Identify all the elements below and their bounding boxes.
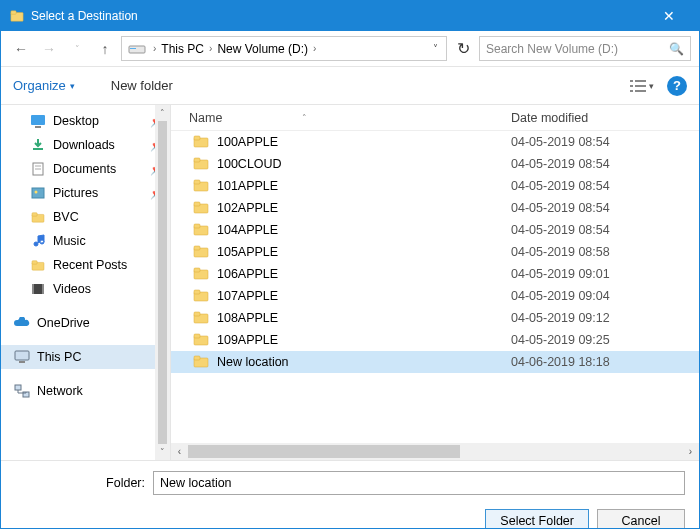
scroll-thumb[interactable]	[158, 121, 167, 444]
scroll-down-icon[interactable]: ˅	[155, 444, 170, 460]
folder-icon	[193, 178, 209, 194]
table-row[interactable]: 104APPLE04-05-2019 08:54	[171, 219, 699, 241]
videos-icon	[29, 281, 47, 297]
folder-icon	[193, 244, 209, 260]
tree-item-downloads[interactable]: Downloads📌	[1, 133, 170, 157]
table-row[interactable]: 100CLOUD04-05-2019 08:54	[171, 153, 699, 175]
search-input[interactable]: Search New Volume (D:) 🔍	[479, 36, 691, 61]
folder-input[interactable]	[153, 471, 685, 495]
table-row[interactable]: 105APPLE04-05-2019 08:58	[171, 241, 699, 263]
file-name: 108APPLE	[217, 311, 511, 325]
breadcrumb-thispc[interactable]: This PC	[159, 42, 206, 56]
tree-item-music[interactable]: Music	[1, 229, 170, 253]
file-list: Name˄ Date modified 100APPLE04-05-2019 0…	[171, 105, 699, 460]
drive-icon	[128, 42, 146, 56]
organize-menu[interactable]: Organize ▾	[13, 78, 75, 93]
file-date: 04-05-2019 08:54	[511, 223, 610, 237]
svg-rect-37	[194, 224, 200, 228]
select-folder-button[interactable]: Select Folder	[485, 509, 589, 529]
folder-icon	[193, 200, 209, 216]
thispc-icon	[13, 349, 31, 365]
tree-item-videos[interactable]: Videos	[1, 277, 170, 301]
file-name: 100APPLE	[217, 135, 511, 149]
up-button[interactable]: ↑	[93, 37, 117, 61]
recent-dropdown[interactable]: ˅	[65, 37, 89, 61]
window-title: Select a Destination	[31, 9, 647, 23]
file-date: 04-05-2019 09:04	[511, 289, 610, 303]
file-date: 04-05-2019 08:58	[511, 245, 610, 259]
file-name: 102APPLE	[217, 201, 511, 215]
tree-item-onedrive[interactable]: OneDrive	[1, 311, 170, 335]
svg-rect-15	[32, 188, 44, 198]
column-name[interactable]: Name˄	[171, 111, 511, 125]
svg-rect-41	[194, 268, 200, 272]
file-date: 04-05-2019 08:54	[511, 201, 610, 215]
folder-icon	[193, 266, 209, 282]
scroll-left-icon[interactable]: ‹	[171, 446, 188, 457]
tree-item-network[interactable]: Network	[1, 379, 170, 403]
tree-item-thispc[interactable]: This PC	[1, 345, 170, 369]
search-placeholder: Search New Volume (D:)	[486, 42, 618, 56]
app-icon	[9, 8, 25, 24]
tree-item-pictures[interactable]: Pictures📌	[1, 181, 170, 205]
chevron-right-icon: ›	[310, 43, 319, 54]
view-options-button[interactable]: ▾	[625, 76, 659, 96]
table-row[interactable]: New location04-06-2019 18:18	[171, 351, 699, 373]
svg-rect-6	[630, 85, 633, 87]
svg-rect-24	[15, 351, 29, 360]
file-date: 04-05-2019 09:25	[511, 333, 610, 347]
file-date: 04-05-2019 08:54	[511, 135, 610, 149]
scroll-right-icon[interactable]: ›	[682, 446, 699, 457]
back-button[interactable]: ←	[9, 37, 33, 61]
folder-icon	[193, 222, 209, 238]
onedrive-icon	[13, 315, 31, 331]
tree-item-documents[interactable]: Documents📌	[1, 157, 170, 181]
address-dropdown[interactable]: ˅	[427, 43, 444, 54]
svg-rect-2	[129, 46, 145, 53]
svg-rect-10	[31, 115, 45, 125]
breadcrumb-volume[interactable]: New Volume (D:)	[215, 42, 310, 56]
file-name: 101APPLE	[217, 179, 511, 193]
column-date[interactable]: Date modified	[511, 111, 699, 125]
new-folder-button[interactable]: New folder	[111, 78, 173, 93]
svg-rect-8	[630, 90, 633, 92]
table-row[interactable]: 108APPLE04-05-2019 09:12	[171, 307, 699, 329]
tree-scrollbar[interactable]: ˄ ˅	[155, 105, 170, 460]
file-date: 04-05-2019 09:01	[511, 267, 610, 281]
chevron-right-icon: ›	[206, 43, 215, 54]
svg-rect-22	[32, 284, 34, 294]
table-row[interactable]: 106APPLE04-05-2019 09:01	[171, 263, 699, 285]
table-row[interactable]: 102APPLE04-05-2019 08:54	[171, 197, 699, 219]
cancel-button[interactable]: Cancel	[597, 509, 685, 529]
downloads-icon	[29, 137, 47, 153]
close-button[interactable]: ✕	[647, 1, 691, 31]
svg-rect-25	[19, 361, 25, 363]
svg-rect-23	[42, 284, 44, 294]
horizontal-scrollbar[interactable]: ‹ ›	[171, 443, 699, 460]
address-bar[interactable]: › This PC › New Volume (D:) › ˅	[121, 36, 447, 61]
file-date: 04-05-2019 08:54	[511, 179, 610, 193]
search-icon: 🔍	[669, 42, 684, 56]
forward-button[interactable]: →	[37, 37, 61, 61]
tree-item-recent[interactable]: Recent Posts	[1, 253, 170, 277]
scroll-up-icon[interactable]: ˄	[155, 105, 170, 121]
chevron-down-icon: ▾	[649, 81, 654, 91]
folder-icon	[193, 354, 209, 370]
scroll-thumb[interactable]	[188, 445, 460, 458]
file-name: 106APPLE	[217, 267, 511, 281]
svg-rect-18	[32, 213, 37, 216]
help-button[interactable]: ?	[667, 76, 687, 96]
table-row[interactable]: 109APPLE04-05-2019 09:25	[171, 329, 699, 351]
tree-item-desktop[interactable]: Desktop📌	[1, 109, 170, 133]
table-row[interactable]: 107APPLE04-05-2019 09:04	[171, 285, 699, 307]
svg-rect-31	[194, 158, 200, 162]
tree-item-bvc[interactable]: BVC	[1, 205, 170, 229]
table-row[interactable]: 100APPLE04-05-2019 08:54	[171, 131, 699, 153]
refresh-button[interactable]: ↻	[451, 37, 475, 61]
svg-rect-35	[194, 202, 200, 206]
svg-point-16	[35, 191, 38, 194]
file-date: 04-06-2019 18:18	[511, 355, 610, 369]
file-name: 104APPLE	[217, 223, 511, 237]
table-row[interactable]: 101APPLE04-05-2019 08:54	[171, 175, 699, 197]
network-icon	[13, 383, 31, 399]
